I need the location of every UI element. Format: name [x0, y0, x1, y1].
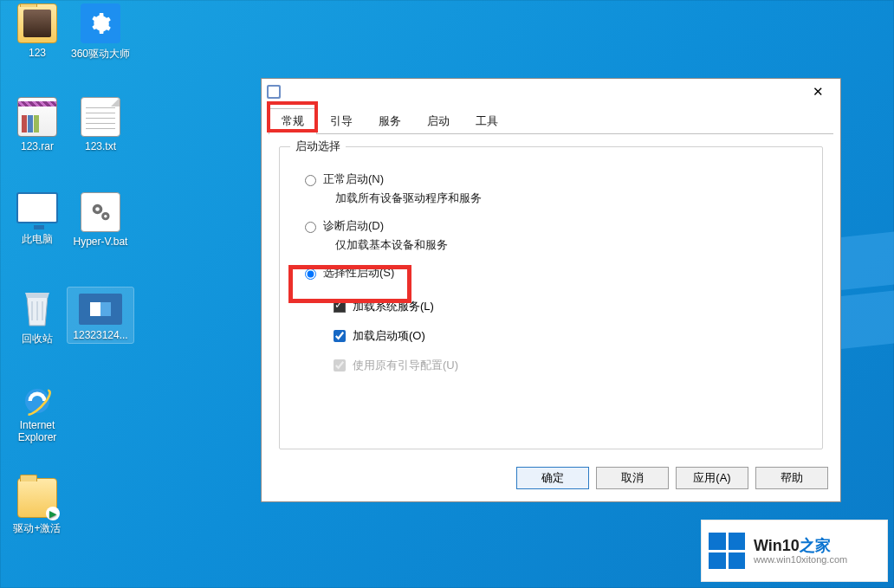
- radio-input[interactable]: [305, 222, 316, 233]
- checkbox-input[interactable]: [334, 330, 346, 342]
- tab-services[interactable]: 服务: [366, 108, 414, 134]
- radio-input[interactable]: [305, 268, 316, 280]
- tab-startup[interactable]: 启动: [414, 108, 463, 134]
- tab-boot[interactable]: 引导: [317, 108, 366, 134]
- icon-label: Hyper-V.bat: [68, 236, 133, 248]
- checkbox-input[interactable]: [334, 300, 346, 313]
- ok-button[interactable]: 确定: [516, 467, 589, 489]
- desktop-icon-hyperv-bat[interactable]: Hyper-V.bat: [68, 192, 133, 248]
- icon-label: 123.rar: [4, 140, 70, 152]
- tab-row: 常规 引导 服务 启动 工具: [262, 105, 840, 134]
- desktop-icon-123-txt[interactable]: 123.txt: [68, 97, 133, 152]
- close-button[interactable]: ✕: [800, 81, 835, 103]
- checkbox-label: 加载启动项(O): [353, 328, 425, 344]
- textfile-icon: [81, 97, 120, 137]
- desktop-icon-this-pc[interactable]: 此电脑: [4, 192, 70, 247]
- desktop-icon-video-file[interactable]: 1232312​4...: [68, 288, 133, 343]
- msconfig-dialog: ✕ 常规 引导 服务 启动 工具 启动选择 正常启动(N) 加载所有设备驱动程序…: [261, 78, 841, 502]
- checkbox-label: 加载系统服务(L): [353, 299, 434, 314]
- tab-general[interactable]: 常规: [269, 108, 317, 134]
- app-icon: [267, 85, 281, 99]
- startup-selection-group: 启动选择 正常启动(N) 加载所有设备驱动程序和服务 诊断启动(D) 仅加载基本…: [279, 146, 823, 449]
- desktop-icon-123-rar[interactable]: 123.rar: [4, 97, 70, 152]
- icon-label: 123.txt: [68, 140, 133, 152]
- folder-icon: ▶: [17, 478, 57, 518]
- watermark-logo: [709, 533, 745, 569]
- radio-selective-startup[interactable]: 选择性启动(S): [301, 265, 808, 281]
- apply-button[interactable]: 应用(A): [676, 467, 748, 489]
- recycle-bin-icon: [19, 288, 55, 329]
- radio-label: 选择性启动(S): [323, 265, 394, 281]
- gear-icon: [81, 3, 120, 43]
- checkbox-load-services[interactable]: 加载系统服务(L): [330, 298, 808, 315]
- checkbox-input: [334, 359, 346, 372]
- radio-label: 诊断启动(D): [323, 218, 384, 234]
- radio-label: 正常启动(N): [323, 171, 384, 187]
- radio-diagnostic-startup[interactable]: 诊断启动(D): [301, 218, 808, 234]
- gears-icon: [81, 192, 120, 232]
- desktop-icon-recycle-bin[interactable]: 回收站: [4, 288, 70, 346]
- icon-label: 1232312​4...: [68, 329, 133, 341]
- watermark: Win10之家 www.win10xitong.com: [702, 520, 887, 581]
- cancel-button[interactable]: 取消: [596, 467, 669, 489]
- watermark-text: Win10之家 www.win10xitong.com: [754, 537, 847, 565]
- icon-label: 123: [4, 47, 70, 59]
- radio-normal-startup[interactable]: 正常启动(N): [301, 171, 808, 187]
- help-button[interactable]: 帮助: [755, 467, 828, 489]
- checkbox-label: 使用原有引导配置(U): [353, 358, 458, 373]
- ie-icon: [4, 383, 70, 419]
- titlebar[interactable]: ✕: [262, 79, 840, 105]
- icon-label: 驱动+激活: [4, 521, 70, 536]
- checkbox-load-startup[interactable]: 加载启动项(O): [330, 327, 808, 345]
- desktop-icon-internet-explorer[interactable]: InternetExplorer: [4, 383, 70, 443]
- radio-input[interactable]: [305, 175, 316, 186]
- icon-label: InternetExplorer: [4, 419, 70, 443]
- tab-tools[interactable]: 工具: [463, 108, 511, 134]
- dialog-button-row: 确定 取消 应用(A) 帮助: [516, 467, 828, 489]
- svg-point-1: [32, 396, 42, 406]
- desktop-icon-folder-123[interactable]: 123: [4, 3, 70, 59]
- checkbox-use-original-boot: 使用原有引导配置(U): [330, 357, 808, 374]
- computer-icon: [4, 192, 70, 232]
- group-legend: 启动选择: [290, 139, 346, 154]
- icon-label: 此电脑: [4, 232, 70, 247]
- desktop-icon-driver-activate[interactable]: ▶ 驱动+激活: [4, 478, 70, 536]
- video-thumb-icon: [79, 294, 122, 325]
- normal-description: 加载所有设备驱动程序和服务: [335, 191, 808, 206]
- icon-label: 回收站: [4, 332, 70, 346]
- desktop-icon-360-driver[interactable]: 360驱动大师: [68, 3, 133, 61]
- close-icon: ✕: [813, 84, 824, 100]
- diag-description: 仅加载基本设备和服务: [335, 237, 808, 253]
- folder-icon: [17, 3, 57, 43]
- archive-icon: [17, 97, 57, 137]
- icon-label: 360驱动大师: [68, 47, 133, 61]
